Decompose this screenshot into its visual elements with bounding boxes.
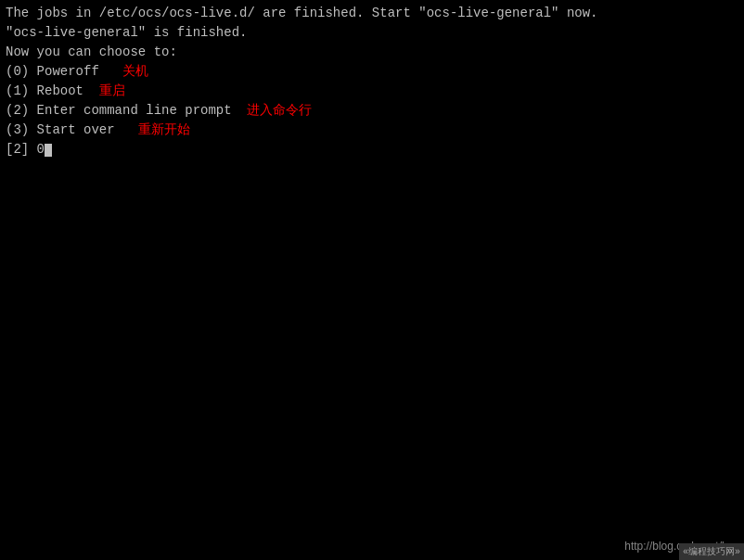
- terminal-cursor: [45, 144, 52, 157]
- terminal-text-segment: 重启: [99, 83, 125, 98]
- terminal-text-segment: 进入命令行: [247, 103, 312, 118]
- terminal-text-segment: [2] 0: [6, 142, 45, 157]
- terminal-text-segment: The jobs in /etc/ocs/ocs-live.d/ are fin…: [6, 6, 598, 20]
- terminal-text-segment: (0) Poweroff: [6, 64, 122, 79]
- terminal-text-segment: (2) Enter command line prompt: [6, 103, 247, 118]
- terminal-text-segment: 重新开始: [138, 122, 190, 137]
- terminal-line: (3) Start over 重新开始: [6, 121, 738, 140]
- terminal-text-segment: (1) Reboot: [6, 83, 99, 98]
- terminal-line: (2) Enter command line prompt 进入命令行: [6, 101, 738, 121]
- terminal-line: [2] 0: [6, 140, 738, 159]
- terminal-line: (0) Poweroff 关机: [6, 62, 738, 82]
- terminal-line: The jobs in /etc/ocs/ocs-live.d/ are fin…: [6, 4, 738, 23]
- terminal-text-segment: Now you can choose to:: [6, 45, 177, 59]
- terminal-line: Now you can choose to:: [6, 43, 738, 62]
- terminal-screen: The jobs in /etc/ocs/ocs-live.d/ are fin…: [0, 0, 744, 560]
- terminal-line: (1) Reboot 重启: [6, 82, 738, 101]
- corner-label: «编程技巧网»: [679, 543, 744, 560]
- terminal-text-segment: "ocs-live-general" is finished.: [6, 25, 247, 40]
- terminal-text-segment: 关机: [122, 64, 148, 79]
- terminal-line: "ocs-live-general" is finished.: [6, 23, 738, 43]
- terminal-text-segment: (3) Start over: [6, 122, 138, 137]
